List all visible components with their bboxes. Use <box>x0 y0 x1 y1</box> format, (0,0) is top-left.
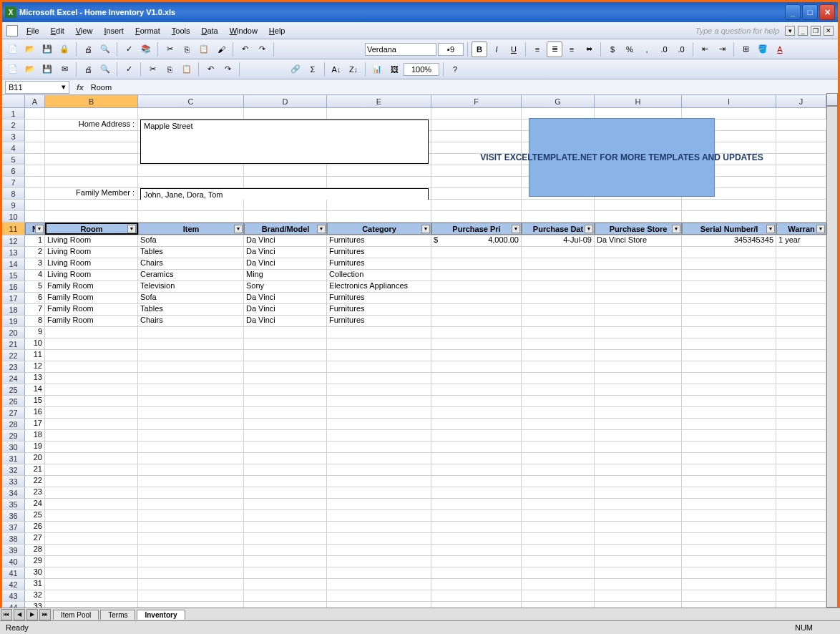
cell[interactable] <box>682 108 776 119</box>
cell[interactable] <box>45 430 138 441</box>
cell[interactable] <box>522 361 595 372</box>
cell[interactable] <box>327 361 431 372</box>
cell[interactable] <box>327 579 431 590</box>
select-all-corner[interactable] <box>2 95 25 107</box>
cut-icon[interactable]: ✂ <box>162 42 177 57</box>
cell[interactable] <box>595 442 682 452</box>
cell-n[interactable]: 15 <box>25 396 45 406</box>
cell[interactable] <box>138 165 244 176</box>
cell-date[interactable] <box>522 281 595 292</box>
cell[interactable] <box>244 430 327 441</box>
cell[interactable] <box>776 154 826 165</box>
template-banner[interactable]: VISIT EXCELTEMPLATE.NET FOR MORE TEMPLAT… <box>529 118 715 197</box>
cell[interactable] <box>327 384 431 395</box>
minimize-button[interactable]: _ <box>785 4 801 20</box>
cell[interactable] <box>522 373 595 384</box>
font-color-icon[interactable]: A <box>772 42 788 57</box>
col-header-F[interactable]: F <box>431 95 522 107</box>
cell[interactable] <box>431 442 522 452</box>
cell[interactable] <box>327 165 431 176</box>
spell2-icon[interactable]: ✓ <box>121 62 137 77</box>
filter-header-serialnumberi[interactable]: Serial Number/I▼ <box>682 223 776 235</box>
cell[interactable] <box>682 499 776 509</box>
menu-file[interactable]: File <box>21 25 45 36</box>
col-header-D[interactable]: D <box>244 95 327 107</box>
cell-n[interactable]: 16 <box>25 407 45 418</box>
cell[interactable] <box>682 590 776 601</box>
cell[interactable] <box>244 177 327 187</box>
increase-indent-icon[interactable]: ⇥ <box>714 42 730 57</box>
sheet-tab-inventory[interactable]: Inventory <box>137 610 185 620</box>
cell[interactable] <box>327 407 431 418</box>
print2-icon[interactable]: 🖨 <box>80 62 96 77</box>
cell[interactable] <box>138 430 244 441</box>
filter-header-category[interactable]: Category▼ <box>327 223 431 235</box>
row-header-40[interactable]: 40 <box>2 556 25 567</box>
cell-price[interactable] <box>431 281 522 292</box>
cell[interactable] <box>25 131 45 142</box>
cell[interactable] <box>244 476 327 487</box>
cell[interactable] <box>138 442 244 452</box>
cell-category[interactable]: Furnitures <box>327 304 431 315</box>
doc-restore[interactable]: ❐ <box>811 26 821 36</box>
cell[interactable] <box>138 361 244 372</box>
preview2-icon[interactable]: 🔍 <box>97 62 113 77</box>
cell-n[interactable]: 10 <box>25 338 45 349</box>
borders-icon[interactable]: ⊞ <box>738 42 753 57</box>
cell[interactable] <box>138 211 244 222</box>
cell[interactable] <box>522 476 595 487</box>
menu-tools[interactable]: Tools <box>166 25 196 36</box>
col-header-G[interactable]: G <box>522 95 595 107</box>
cell[interactable] <box>522 407 595 418</box>
cell-n[interactable]: 30 <box>25 567 45 578</box>
cell[interactable] <box>431 464 522 475</box>
hyperlink-icon[interactable]: 🔗 <box>288 62 303 77</box>
cell[interactable] <box>776 373 826 384</box>
cell[interactable] <box>138 373 244 384</box>
filter-header-brandmodel[interactable]: Brand/Model▼ <box>244 223 327 235</box>
cell-n[interactable]: 27 <box>25 533 45 544</box>
cell[interactable] <box>327 396 431 406</box>
cell-room[interactable]: Family Room <box>45 293 138 303</box>
cell[interactable] <box>595 211 682 222</box>
cell-serial[interactable]: 345345345 <box>682 235 776 246</box>
cell[interactable] <box>327 499 431 509</box>
cell[interactable] <box>45 407 138 418</box>
cell[interactable] <box>682 533 776 544</box>
maximize-button[interactable]: □ <box>802 4 818 20</box>
cell[interactable] <box>138 108 244 119</box>
menu-edit[interactable]: Edit <box>45 25 70 36</box>
cell[interactable] <box>244 533 327 544</box>
cell-price[interactable] <box>431 293 522 303</box>
close-button[interactable]: ✕ <box>819 4 835 20</box>
cell[interactable] <box>595 556 682 567</box>
cell[interactable] <box>45 545 138 555</box>
cell[interactable] <box>327 556 431 567</box>
menu-window[interactable]: Window <box>224 25 263 36</box>
zoom-selector[interactable]: 100% <box>404 63 439 76</box>
cell[interactable] <box>431 396 522 406</box>
cell-n[interactable]: 18 <box>25 430 45 441</box>
filter-dropdown-icon[interactable]: ▼ <box>512 225 520 233</box>
cell[interactable] <box>327 327 431 338</box>
cell[interactable] <box>776 327 826 338</box>
cell[interactable] <box>682 407 776 418</box>
cell-category[interactable]: Furnitures <box>327 293 431 303</box>
cell-n[interactable]: 22 <box>25 476 45 487</box>
cell[interactable] <box>431 211 522 222</box>
row-header-33[interactable]: 33 <box>2 476 25 487</box>
filter-dropdown-icon[interactable]: ▼ <box>317 225 326 233</box>
cell[interactable] <box>244 327 327 338</box>
cell[interactable] <box>138 338 244 349</box>
cell[interactable] <box>431 384 522 395</box>
cell[interactable] <box>595 464 682 475</box>
cell[interactable] <box>682 430 776 441</box>
cell-brand[interactable]: Sony <box>244 281 327 292</box>
font-selector[interactable]: Verdana <box>365 43 436 56</box>
row-header-36[interactable]: 36 <box>2 510 25 521</box>
cell[interactable] <box>25 211 45 222</box>
cell[interactable] <box>138 396 244 406</box>
cell[interactable] <box>45 522 138 532</box>
vertical-scrollbar[interactable] <box>826 106 838 608</box>
cell[interactable] <box>138 200 244 210</box>
